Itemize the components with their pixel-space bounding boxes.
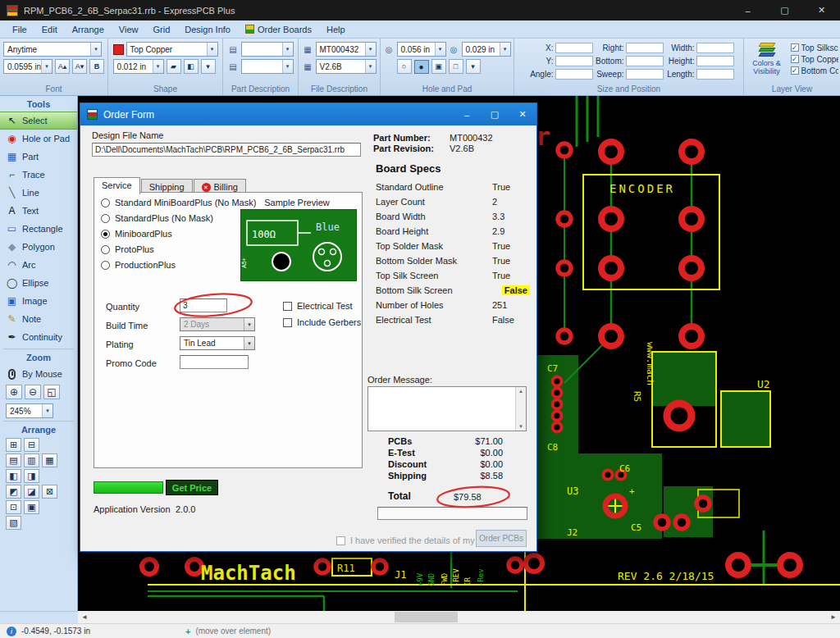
arrange-button[interactable]: ⊡ (6, 500, 21, 514)
zoom-level-select[interactable]: 245% ▾ (6, 403, 53, 418)
arrange-button[interactable]: ⊠ (42, 485, 57, 499)
pad-shape-circle-button[interactable]: ○ (397, 59, 412, 74)
scroll-left-icon[interactable]: ◄ (78, 611, 91, 623)
chevron-down-icon[interactable]: ▾ (41, 60, 52, 73)
arrange-button[interactable]: ◧ (6, 469, 21, 483)
order-message-scrollbar[interactable]: ▲ ▼ (515, 387, 526, 431)
dialog-minimize-button[interactable]: – (453, 103, 481, 125)
menu-item[interactable]: Order Boards (238, 22, 319, 37)
order-message-box[interactable]: ▲ ▼ (368, 386, 527, 431)
colors-visibility-button[interactable]: Colors & Visibility (746, 42, 788, 76)
chevron-down-icon[interactable]: ▾ (244, 337, 254, 349)
electrical-test-checkbox-row[interactable]: Electrical Test (283, 300, 353, 312)
part-description-select-1[interactable]: ▾ (241, 42, 294, 57)
menu-item[interactable]: Edit (34, 22, 65, 37)
checkbox-checked-icon[interactable]: ✓ (791, 66, 799, 75)
promo-code-input[interactable] (180, 355, 249, 369)
layer-select[interactable]: Top Copper ▾ (126, 42, 218, 57)
layer-check-bottom-copper[interactable]: ✓ Bottom Copper (791, 65, 838, 76)
pad-shape-square-button[interactable]: □ (449, 59, 463, 74)
tool-item[interactable]: ◉ Hole or Pad (0, 130, 77, 148)
part-number-select[interactable]: MT000432 ▾ (316, 42, 377, 57)
arrange-button[interactable]: ⊟ (24, 438, 39, 452)
menu-item[interactable]: Design Info (177, 22, 238, 37)
pad-shape-more-button[interactable]: ▾ (466, 59, 481, 74)
arrange-button[interactable]: ▤ (6, 453, 21, 467)
width-input[interactable] (696, 43, 734, 53)
tool-item[interactable]: ⌐ Trace (0, 166, 77, 184)
arrange-button[interactable]: ◩ (6, 485, 21, 499)
scroll-right-icon[interactable]: ► (827, 611, 840, 623)
checkbox-checked-icon[interactable]: ✓ (791, 55, 799, 63)
checkbox-icon[interactable] (283, 318, 292, 327)
menu-item[interactable]: View (112, 22, 146, 37)
radio-icon[interactable] (101, 198, 110, 207)
menu-item[interactable]: Grid (146, 22, 178, 37)
chevron-down-icon[interactable]: ▾ (435, 43, 445, 56)
part-description-select-2[interactable]: ▾ (241, 59, 294, 74)
close-button[interactable]: ✕ (803, 0, 840, 21)
plating-select[interactable]: Tin Lead ▾ (180, 336, 255, 350)
tool-item[interactable]: ▦ Part (0, 148, 77, 166)
chevron-down-icon[interactable]: ▾ (500, 43, 510, 56)
chevron-down-icon[interactable]: ▾ (282, 60, 293, 73)
scroll-down-icon[interactable]: ▼ (518, 424, 523, 429)
tool-item[interactable]: ↖ Select (0, 112, 77, 130)
length-input[interactable] (696, 69, 734, 80)
radio-icon[interactable] (101, 214, 110, 223)
menu-item[interactable]: Help (319, 22, 353, 37)
chevron-down-icon[interactable]: ▾ (365, 43, 376, 56)
total-detail-input[interactable] (377, 507, 527, 520)
tool-item[interactable]: ✒ Continuity (0, 328, 77, 346)
chevron-down-icon[interactable]: ▾ (153, 60, 163, 73)
pad-shape-round-pad-button[interactable]: ● (414, 60, 429, 74)
bottom-input[interactable] (626, 56, 664, 66)
arrange-button[interactable]: ▥ (24, 453, 39, 467)
design-file-input[interactable] (92, 143, 361, 157)
chevron-down-icon[interactable]: ▾ (282, 43, 293, 56)
checkbox-icon[interactable] (283, 302, 292, 311)
tool-item[interactable]: ◯ Ellipse (0, 274, 77, 292)
tool-item[interactable]: ▣ Image (0, 292, 77, 310)
tool-item[interactable]: ◆ Polygon (0, 238, 77, 256)
line-style-icon[interactable]: ▰ (167, 59, 181, 74)
scrollbar-thumb[interactable] (395, 612, 458, 622)
arrange-button[interactable]: ◪ (24, 485, 39, 499)
layer-check-top-silkscreen[interactable]: ✓ Top Silkscreen (791, 42, 838, 53)
arrange-button[interactable]: ▣ (24, 500, 39, 514)
menu-item[interactable]: File (5, 22, 34, 37)
line-width-select[interactable]: 0.012 in ▾ (113, 59, 164, 74)
hole-size-select[interactable]: 0.029 in ▾ (462, 42, 511, 57)
checkbox-icon[interactable] (336, 536, 345, 545)
maximize-button[interactable]: ▢ (766, 0, 803, 21)
dialog-close-button[interactable]: ✕ (509, 103, 536, 125)
tool-item[interactable]: ◠ Arc (0, 256, 77, 274)
font-decrease-button[interactable]: A▾ (72, 59, 87, 74)
zoom-page-button[interactable]: ◱ (43, 385, 60, 399)
font-increase-button[interactable]: A▴ (55, 59, 70, 74)
checkbox-checked-icon[interactable]: ✓ (791, 43, 799, 52)
font-family-select[interactable]: Anytime ▾ (3, 42, 102, 57)
layer-check-top-copper[interactable]: ✓ Top Copper (791, 53, 838, 65)
radio-icon[interactable] (101, 261, 110, 270)
fill-style-icon[interactable]: ◧ (184, 59, 199, 74)
zoom-by-mouse[interactable]: By Mouse (0, 365, 77, 383)
arrange-button[interactable]: ▦ (42, 453, 57, 467)
quantity-input[interactable] (180, 298, 227, 312)
arrange-button[interactable]: ▧ (6, 516, 21, 530)
tool-item[interactable]: ✎ Note (0, 310, 77, 328)
horizontal-scrollbar[interactable]: ◄ ► (78, 611, 840, 623)
y-input[interactable] (555, 56, 593, 66)
dialog-title-bar[interactable]: Order Form – ▢ ✕ (80, 103, 536, 125)
angle-input[interactable] (555, 69, 593, 80)
sweep-input[interactable] (626, 69, 664, 80)
menu-item[interactable]: Arrange (65, 22, 112, 37)
revision-select[interactable]: V2.6B ▾ (316, 59, 377, 74)
tool-item[interactable]: A Text (0, 202, 77, 220)
bold-button[interactable]: B (89, 59, 104, 74)
zoom-out-button[interactable]: ⊖ (25, 385, 41, 399)
order-pcbs-button[interactable]: Order PCBs (476, 530, 527, 547)
scrollbar-track[interactable] (91, 611, 827, 623)
x-input[interactable] (555, 43, 593, 53)
tool-item[interactable]: ╲ Line (0, 184, 77, 202)
